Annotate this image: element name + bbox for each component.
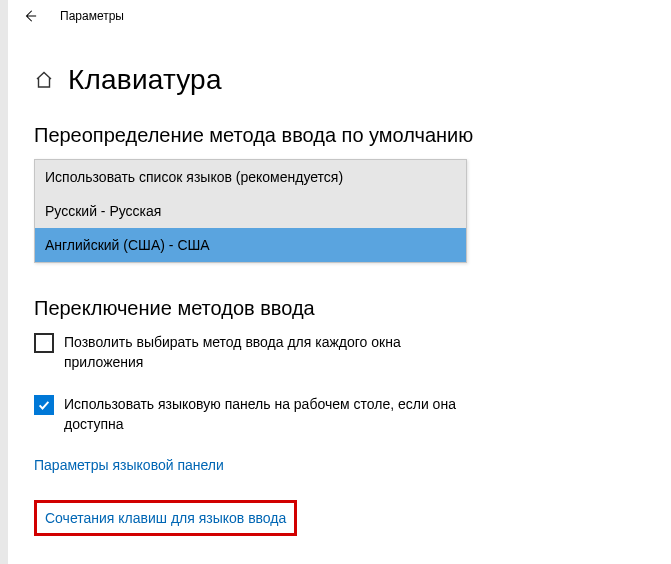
checkmark-icon [37,398,51,412]
settings-window: Параметры Клавиатура Переопределение мет… [8,0,671,564]
checkbox-language-bar[interactable] [34,395,54,415]
page-header: Клавиатура [34,64,645,96]
page-title: Клавиатура [68,64,222,96]
dropdown-option-recommended[interactable]: Использовать список языков (рекомендуетс… [35,160,466,194]
input-language-hotkeys-link[interactable]: Сочетания клавиш для языков ввода [45,510,286,526]
back-button[interactable] [14,0,46,32]
checkbox-language-bar-label: Использовать языковую панель на рабочем … [64,394,474,434]
hotkeys-link-highlight: Сочетания клавиш для языков ввода [34,500,297,536]
app-title: Параметры [60,9,124,23]
checkbox-language-bar-row: Использовать языковую панель на рабочем … [34,394,474,434]
arrow-left-icon [23,9,37,23]
section-switching-title: Переключение методов ввода [34,297,645,320]
dropdown-option-english-us[interactable]: Английский (США) - США [35,228,466,262]
checkbox-per-window[interactable] [34,333,54,353]
content-area: Клавиатура Переопределение метода ввода … [8,32,671,536]
home-icon[interactable] [34,70,54,90]
checkbox-per-window-label: Позволить выбирать метод ввода для каждо… [64,332,474,372]
section-override-title: Переопределение метода ввода по умолчани… [34,124,645,147]
checkbox-per-window-row: Позволить выбирать метод ввода для каждо… [34,332,474,372]
titlebar: Параметры [8,0,671,32]
dropdown-option-russian[interactable]: Русский - Русская [35,194,466,228]
window-edge [0,0,8,564]
language-bar-settings-link[interactable]: Параметры языковой панели [34,457,224,473]
input-method-dropdown[interactable]: Использовать список языков (рекомендуетс… [34,159,467,263]
